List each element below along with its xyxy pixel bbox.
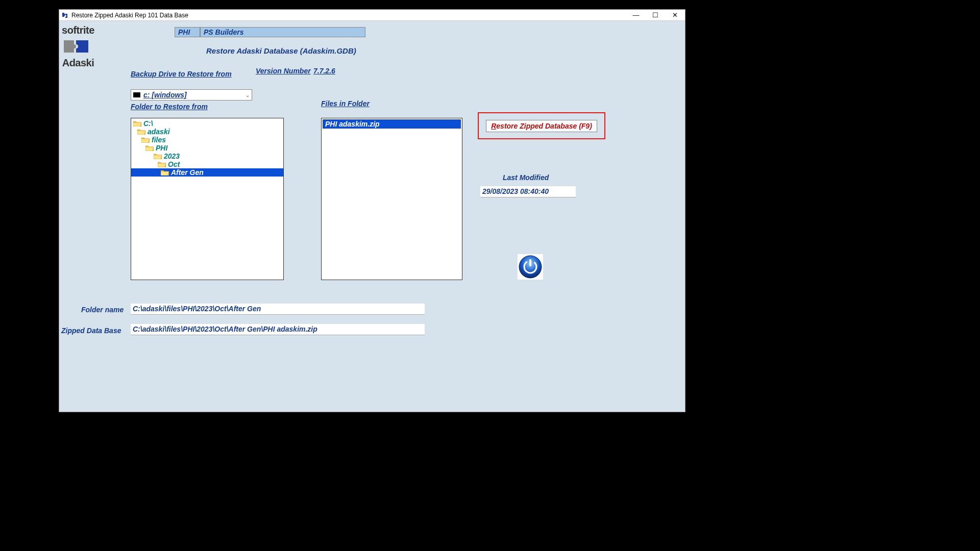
folder-icon bbox=[154, 153, 162, 159]
app-window: Restore Zipped Adaski Rep 101 Data Base … bbox=[59, 9, 685, 412]
version-value: 7.7.2.6 bbox=[313, 67, 335, 75]
tree-item-label: C:\ bbox=[143, 119, 153, 128]
window-content: softrite Adaski PHI PS Builders Restore … bbox=[59, 21, 685, 412]
tree-item[interactable]: PHI bbox=[131, 144, 283, 152]
window-controls: — ☐ ✕ bbox=[631, 11, 680, 19]
chevron-down-icon: ⌄ bbox=[246, 92, 250, 98]
restore-button-frame: Restore Zipped Database (F9) bbox=[478, 112, 605, 139]
folder-tree[interactable]: C:\adaskifilesPHI2023OctAfter Gen bbox=[131, 118, 284, 280]
folder-name-label: Folder name bbox=[81, 306, 124, 314]
titlebar: Restore Zipped Adaski Rep 101 Data Base … bbox=[59, 10, 685, 21]
tree-item-label: After Gen bbox=[171, 168, 204, 177]
folder-icon bbox=[133, 120, 141, 127]
maximize-button[interactable]: ☐ bbox=[650, 11, 660, 19]
drive-selected: c: [windows] bbox=[143, 91, 246, 99]
folder-icon bbox=[145, 145, 154, 151]
logo-top-text: softrite bbox=[62, 25, 94, 35]
header-name: PS Builders bbox=[200, 27, 365, 37]
folder-name-field[interactable]: C:\adaski\files\PHI\2023\Oct\After Gen bbox=[131, 304, 425, 315]
logo-puzzle-icon bbox=[62, 36, 94, 57]
tree-item-label: files bbox=[152, 136, 166, 144]
folder-icon bbox=[158, 161, 166, 167]
drive-select[interactable]: c: [windows] ⌄ bbox=[131, 89, 252, 101]
backup-drive-label: Backup Drive to Restore from bbox=[131, 70, 232, 78]
tree-item[interactable]: Oct bbox=[131, 160, 283, 168]
tree-item-label: adaski bbox=[148, 128, 170, 136]
zipped-db-field[interactable]: C:\adaski\files\PHI\2023\Oct\After Gen\P… bbox=[131, 324, 425, 335]
file-item[interactable]: PHI adaskim.zip bbox=[323, 119, 461, 129]
tree-item[interactable]: 2023 bbox=[131, 152, 283, 160]
files-in-folder-label: Files in Folder bbox=[321, 99, 370, 108]
header-row: PHI PS Builders bbox=[175, 27, 365, 37]
svg-point-0 bbox=[519, 256, 542, 278]
files-list[interactable]: PHI adaskim.zip bbox=[321, 118, 462, 280]
restore-button[interactable]: Restore Zipped Database (F9) bbox=[486, 120, 597, 132]
tree-item[interactable]: adaski bbox=[131, 128, 283, 136]
power-button[interactable] bbox=[518, 254, 543, 280]
tree-item-label: PHI bbox=[156, 144, 167, 152]
last-modified-value: 29/08/2023 08:40:40 bbox=[480, 186, 576, 197]
version-label: Version Number bbox=[256, 67, 311, 75]
tree-item-label: Oct bbox=[168, 160, 180, 168]
tree-item[interactable]: files bbox=[131, 136, 283, 144]
last-modified-label: Last Modified bbox=[503, 173, 549, 182]
folder-restore-label: Folder to Restore from bbox=[131, 103, 208, 111]
tree-item[interactable]: C:\ bbox=[131, 119, 283, 128]
tree-item-label: 2023 bbox=[164, 152, 180, 160]
folder-icon bbox=[161, 169, 169, 176]
page-subtitle: Restore Adaski Database (Adaskim.GDB) bbox=[206, 46, 356, 55]
zipped-db-label: Zipped Data Base bbox=[61, 327, 121, 335]
app-icon bbox=[61, 12, 68, 19]
logo-bottom-text: Adaski bbox=[62, 58, 94, 68]
drive-icon bbox=[133, 92, 140, 97]
header-code: PHI bbox=[175, 27, 200, 37]
folder-icon bbox=[141, 137, 150, 143]
folder-icon bbox=[137, 129, 145, 135]
logo: softrite Adaski bbox=[62, 25, 94, 68]
window-title: Restore Zipped Adaski Rep 101 Data Base bbox=[71, 12, 631, 19]
minimize-button[interactable]: — bbox=[631, 11, 641, 19]
svg-rect-2 bbox=[529, 259, 531, 266]
tree-item[interactable]: After Gen bbox=[131, 168, 283, 177]
close-button[interactable]: ✕ bbox=[670, 11, 680, 19]
